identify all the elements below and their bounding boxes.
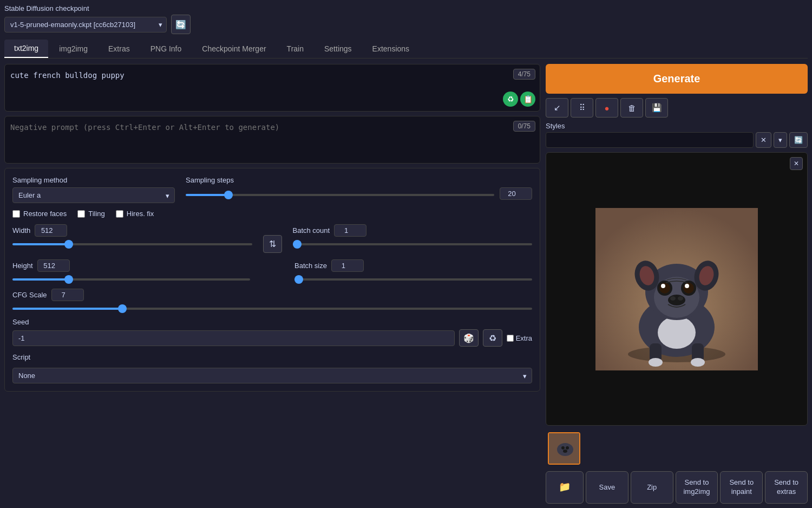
cfg-label: CFG Scale [12, 291, 47, 299]
batch-size-input[interactable] [331, 259, 364, 272]
batch-size-slider[interactable] [294, 278, 532, 281]
styles-label: Styles [546, 122, 808, 130]
batch-count-input[interactable] [334, 224, 366, 237]
hires-fix-checkbox[interactable]: Hires. fix [116, 210, 154, 218]
svg-point-25 [561, 446, 565, 450]
styles-refresh-button[interactable]: 🔄 [789, 132, 808, 148]
height-input[interactable] [37, 259, 70, 272]
generated-image [595, 208, 758, 370]
script-select[interactable]: None [12, 368, 532, 383]
width-input[interactable] [35, 224, 67, 237]
svg-point-22 [678, 296, 683, 301]
tab-txt2img[interactable]: txt2img [4, 40, 48, 58]
save-button[interactable]: 💾 [645, 98, 668, 118]
cfg-slider[interactable] [12, 308, 532, 310]
sampling-method-label: Sampling method [12, 176, 175, 184]
positive-prompt-input[interactable] [10, 70, 534, 104]
svg-point-27 [563, 450, 567, 453]
cfg-row: CFG Scale [12, 289, 532, 311]
styles-dropdown-button[interactable]: ▾ [774, 132, 787, 148]
arrow-in-button[interactable]: ↙ [546, 98, 568, 118]
svg-point-7 [691, 358, 705, 367]
tab-extensions[interactable]: Extensions [363, 40, 419, 58]
svg-point-16 [659, 283, 670, 294]
send-to-inpaint-button[interactable]: Send to inpaint [720, 471, 763, 504]
checkboxes-row: Restore faces Tiling Hires. fix [12, 210, 532, 218]
restore-faces-checkbox[interactable]: Restore faces [12, 210, 67, 218]
tiling-checkbox[interactable]: Tiling [77, 210, 105, 218]
styles-section: Styles ✕ ▾ 🔄 [546, 122, 808, 148]
image-close-button[interactable]: ✕ [790, 157, 803, 170]
save-image-button[interactable]: Save [586, 471, 628, 504]
svg-point-26 [566, 446, 569, 450]
seed-input[interactable] [12, 330, 455, 346]
checkpoint-refresh-button[interactable]: 🔄 [171, 15, 191, 34]
dims-row: Width ⇅ Batch count [12, 224, 532, 253]
tab-train[interactable]: Train [277, 40, 313, 58]
seed-label: Seed [12, 318, 532, 326]
dims-row-2: Height Batch size [12, 259, 532, 282]
height-slider[interactable] [12, 278, 250, 281]
width-label: Width [12, 226, 30, 235]
tab-extras[interactable]: Extras [99, 40, 140, 58]
action-buttons-row: ↙ ⠿ ● 🗑 💾 [546, 98, 808, 118]
height-label: Height [12, 262, 33, 270]
checkpoint-label: Stable Diffusion checkpoint [4, 4, 89, 12]
script-label: Script [12, 353, 532, 361]
width-slider[interactable] [12, 243, 252, 245]
tab-png-info[interactable]: PNG Info [141, 40, 192, 58]
generate-button[interactable]: Generate [546, 64, 808, 94]
svg-point-21 [670, 296, 676, 301]
svg-point-19 [685, 284, 689, 288]
image-display-area: ✕ [546, 152, 808, 426]
batch-size-label: Batch size [294, 262, 327, 270]
thumbnail-item[interactable] [548, 432, 580, 465]
send-to-extras-button[interactable]: Send to extras [765, 471, 808, 504]
sampling-steps-label: Sampling steps [186, 176, 532, 184]
svg-point-17 [683, 283, 694, 294]
bottom-actions: 📁 Save Zip Send to img2img Send to inpai… [546, 471, 808, 504]
tabs-row: txt2img img2img Extras PNG Info Checkpoi… [4, 40, 808, 58]
tab-img2img[interactable]: img2img [49, 40, 97, 58]
swap-dimensions-button[interactable]: ⇅ [263, 235, 282, 253]
settings-area: Sampling method Euler a Sampling steps [4, 168, 540, 392]
prompt-icon-paste[interactable]: 📋 [520, 92, 535, 107]
sampling-steps-slider[interactable] [186, 194, 494, 196]
folder-button[interactable]: 📁 [546, 471, 584, 504]
trash-button[interactable]: 🗑 [620, 98, 643, 118]
svg-point-3 [658, 316, 696, 349]
negative-prompt-count: 0/75 [513, 121, 535, 132]
styles-clear-button[interactable]: ✕ [756, 132, 771, 148]
tab-checkpoint-merger[interactable]: Checkpoint Merger [192, 40, 276, 58]
positive-prompt-area: 4/75 ♻ 📋 [4, 64, 540, 112]
seed-recycle-button[interactable]: ♻ [483, 329, 502, 347]
negative-prompt-area: 0/75 [4, 116, 540, 164]
negative-prompt-input[interactable] [10, 122, 534, 156]
extra-checkbox[interactable]: Extra [507, 334, 532, 342]
seed-random-button[interactable]: 🎲 [459, 329, 479, 347]
svg-point-18 [661, 284, 665, 288]
checkpoint-select[interactable]: v1-5-pruned-emaonly.ckpt [cc6cb27103] [4, 17, 167, 32]
sampling-method-select[interactable]: Euler a [12, 187, 175, 203]
tab-settings[interactable]: Settings [315, 40, 362, 58]
record-button[interactable]: ● [595, 98, 618, 118]
script-section: Script None [12, 353, 532, 383]
batch-count-slider[interactable] [293, 243, 533, 245]
cfg-input[interactable] [51, 289, 84, 301]
batch-count-label: Batch count [293, 226, 330, 235]
grid-button[interactable]: ⠿ [571, 98, 593, 118]
prompt-icon-recycle[interactable]: ♻ [503, 92, 518, 107]
thumbnail-row [546, 430, 808, 467]
positive-prompt-count: 4/75 [513, 69, 535, 80]
send-to-img2img-button[interactable]: Send to img2img [676, 471, 718, 504]
svg-point-6 [649, 358, 663, 367]
styles-input[interactable] [546, 132, 754, 148]
seed-section: Seed 🎲 ♻ Extra [12, 318, 532, 347]
sampling-steps-input[interactable] [500, 187, 532, 200]
svg-point-20 [668, 295, 685, 305]
zip-button[interactable]: Zip [631, 471, 673, 504]
